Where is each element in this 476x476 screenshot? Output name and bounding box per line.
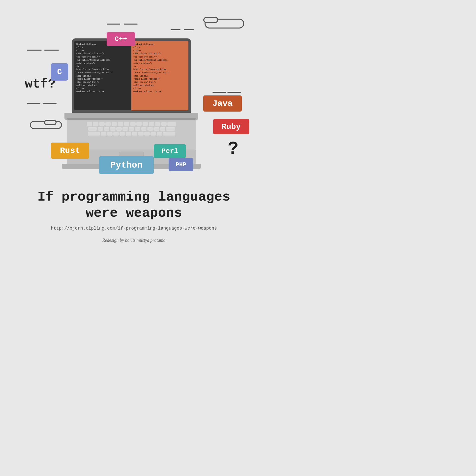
key xyxy=(166,127,175,131)
c-badge: C xyxy=(51,63,68,81)
python-badge: Python xyxy=(99,156,154,174)
key xyxy=(160,127,165,131)
screen-right: Membuat Software</h3></div><div class="c… xyxy=(131,41,188,110)
key xyxy=(110,127,116,131)
key xyxy=(132,132,137,136)
key xyxy=(141,127,147,131)
dash-2 xyxy=(124,24,138,25)
main-title: If programming languageswere weapons xyxy=(0,189,268,221)
key xyxy=(88,127,97,131)
key xyxy=(93,122,98,126)
cpp-badge: C++ xyxy=(107,32,135,46)
key xyxy=(104,127,109,131)
laptop-hinge xyxy=(64,113,198,120)
key xyxy=(112,122,117,126)
key-row-1 xyxy=(69,122,193,126)
key xyxy=(129,127,134,131)
key xyxy=(138,132,144,136)
rust-badge: Rust xyxy=(51,143,89,159)
key xyxy=(98,127,103,131)
c-badge-label: C xyxy=(57,67,62,77)
key xyxy=(130,122,136,126)
dash-3 xyxy=(171,29,180,30)
key xyxy=(135,127,140,131)
key xyxy=(150,132,156,136)
rust-badge-label: Rust xyxy=(60,146,80,155)
key xyxy=(157,132,162,136)
laptop-screen-inner: Membuat Software</h3></div><div class="c… xyxy=(74,41,188,110)
key xyxy=(147,127,153,131)
key xyxy=(116,127,122,131)
question-mark: ? xyxy=(228,139,238,159)
perl-badge-label: Perl xyxy=(161,147,178,155)
dash-4 xyxy=(184,29,194,30)
key xyxy=(101,132,106,136)
dash-left-2 xyxy=(44,50,59,51)
key-row-3 xyxy=(69,132,193,136)
key xyxy=(88,132,100,136)
dash-right-1 xyxy=(227,92,241,93)
key xyxy=(105,122,111,126)
perl-badge: Perl xyxy=(154,144,186,158)
key xyxy=(144,132,150,136)
ruby-badge-label: Ruby xyxy=(222,122,241,131)
python-badge-label: Python xyxy=(110,160,143,170)
dash-1 xyxy=(107,24,120,25)
java-badge-label: Java xyxy=(212,99,233,108)
key xyxy=(107,132,113,136)
key xyxy=(149,122,154,126)
key xyxy=(136,122,142,126)
key xyxy=(163,132,175,136)
key-row-2 xyxy=(69,127,193,131)
key xyxy=(161,122,167,126)
key xyxy=(99,122,105,126)
key xyxy=(155,122,160,126)
laptop-screen-outer: Membuat Software</h3></div><div class="c… xyxy=(72,38,191,113)
java-badge: Java xyxy=(203,95,242,112)
subtitle-url: http://bjorn.tipling.com/if-programming-… xyxy=(0,226,268,231)
ruby-badge: Ruby xyxy=(213,119,249,134)
key xyxy=(126,132,131,136)
dash-left-3 xyxy=(27,103,40,104)
dash-left-1 xyxy=(27,50,42,51)
php-badge-label: PHP xyxy=(176,161,186,168)
key xyxy=(87,122,92,126)
php-badge: PHP xyxy=(169,158,193,171)
key xyxy=(153,127,159,131)
dash-left-4 xyxy=(43,103,57,104)
key xyxy=(167,122,176,126)
screen-left: Membuat Software</h3></div><div class="c… xyxy=(74,41,131,110)
key xyxy=(113,132,119,136)
dash-right-2 xyxy=(212,92,226,93)
key xyxy=(119,132,125,136)
author-credit: Redesign by harits mustya pratama xyxy=(0,238,268,243)
bottom-section: If programming languageswere weapons htt… xyxy=(0,189,268,243)
cloud-top-right-bump xyxy=(203,17,218,23)
key xyxy=(143,122,148,126)
key xyxy=(122,127,128,131)
key xyxy=(118,122,123,126)
cloud-left-bump xyxy=(44,120,57,125)
key xyxy=(124,122,129,126)
cpp-badge-label: C++ xyxy=(115,35,127,43)
